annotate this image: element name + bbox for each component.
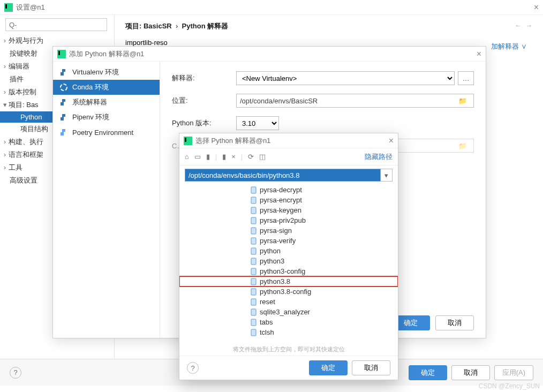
folder-icon[interactable]: 📁 <box>455 97 470 105</box>
tree-item[interactable]: ›外观与行为 <box>0 34 114 47</box>
chevron-icon[interactable]: ▾ <box>2 101 7 109</box>
home-icon[interactable]: ⌂ <box>185 153 189 161</box>
add-interpreter-link[interactable]: 加解释器 ∨ <box>491 42 527 51</box>
file-item[interactable]: tclsh <box>248 327 398 337</box>
file-item[interactable]: tabs <box>248 317 398 327</box>
file-item[interactable]: pyrsa-encrypt <box>248 195 398 205</box>
drop-hint: 将文件拖放到上方空间，即可对其快速定位 <box>179 343 398 356</box>
hide-path-link[interactable]: 隐藏路径 <box>365 152 393 162</box>
close-icon[interactable]: × <box>477 50 481 58</box>
file-item[interactable]: pyrsa-keygen <box>248 205 398 215</box>
python-icon <box>59 128 68 137</box>
file-icon <box>250 197 258 204</box>
file-name: sqlite3_analyzer <box>260 308 310 316</box>
path-dropdown-icon[interactable]: ▾ <box>381 169 393 182</box>
env-type-item[interactable]: Virtualenv 环境 <box>53 65 160 80</box>
pycharm-icon <box>4 3 13 12</box>
file-item[interactable]: pyrsa-priv2pub <box>248 215 398 225</box>
file-name: python3.8-config <box>260 288 311 296</box>
file-item[interactable]: pyrsa-sign <box>248 225 398 236</box>
settings-search-input[interactable] <box>5 18 107 31</box>
file-icon <box>250 298 258 306</box>
file-icon <box>250 278 258 285</box>
interpreter-select[interactable]: <New Virtualenv> <box>236 71 455 85</box>
help-icon[interactable]: ? <box>187 362 199 374</box>
file-name: python3-config <box>260 267 305 275</box>
nav-arrows[interactable]: ← → <box>515 21 532 29</box>
svg-rect-19 <box>251 309 256 315</box>
svg-rect-8 <box>251 197 256 203</box>
close-icon[interactable]: × <box>534 3 539 12</box>
tree-item-label: 版本控制 <box>9 88 36 96</box>
file-chooser-title: 选择 Python 解释器@n1 <box>195 136 270 146</box>
file-icon <box>250 247 258 255</box>
python-version-select[interactable]: 3.10 <box>236 116 279 130</box>
settings-ok-button[interactable]: 确定 <box>409 365 447 380</box>
browse-button[interactable]: … <box>458 71 474 85</box>
file-chooser-titlebar: 选择 Python 解释器@n1 × <box>179 133 398 148</box>
file-item[interactable]: pyrsa-decrypt <box>248 185 398 195</box>
file-item[interactable]: pyrsa-verify <box>248 236 398 246</box>
file-item[interactable]: python <box>248 246 398 256</box>
add-interpreter-title: 添加 Python 解释器@n1 <box>69 49 144 59</box>
file-item[interactable]: python3.8-config <box>248 287 398 297</box>
file-name: pyrsa-priv2pub <box>260 216 306 224</box>
tree-item-label: 编辑器 <box>9 62 29 70</box>
file-item[interactable]: python3.8 <box>179 276 398 287</box>
tree-item-label: 语言和框架 <box>9 150 43 159</box>
file-item[interactable]: python3 <box>248 256 398 266</box>
file-icon <box>250 227 258 235</box>
conda-icon <box>59 83 68 92</box>
tree-item-label: 插件 <box>10 75 24 83</box>
settings-apply-button[interactable]: 应用(A) <box>494 365 533 380</box>
chevron-icon[interactable]: › <box>2 36 7 44</box>
add-cancel-button[interactable]: 取消 <box>435 315 474 330</box>
file-name: reset <box>260 298 275 306</box>
env-type-item[interactable]: Pipenv 环境 <box>53 110 160 125</box>
refresh-icon[interactable]: ⟳ <box>248 153 254 161</box>
desktop-icon[interactable]: ▭ <box>194 153 201 161</box>
env-type-label: Virtualenv 环境 <box>72 67 119 77</box>
env-type-label: 系统解释器 <box>72 97 107 107</box>
chooser-cancel-button[interactable]: 取消 <box>352 360 390 375</box>
show-hidden-icon[interactable]: ◫ <box>259 153 266 161</box>
new-folder-icon[interactable]: ▮ <box>222 153 226 161</box>
chevron-icon[interactable]: › <box>2 88 7 96</box>
env-type-item[interactable]: Conda 环境 <box>53 80 160 95</box>
svg-rect-10 <box>251 217 256 224</box>
file-item[interactable]: python3-config <box>248 266 398 276</box>
file-icon <box>250 258 258 265</box>
file-icon <box>250 329 258 336</box>
chevron-icon[interactable]: › <box>2 62 7 70</box>
file-list[interactable]: pyrsa-decryptpyrsa-encryptpyrsa-keygenpy… <box>179 185 398 343</box>
file-name: tabs <box>260 318 273 326</box>
package-text-truncated: importlib-reso <box>125 39 532 47</box>
svg-rect-18 <box>251 299 256 305</box>
file-item[interactable]: sqlite3_analyzer <box>248 307 398 317</box>
chooser-ok-button[interactable]: 确定 <box>309 360 348 375</box>
file-name: python3.8 <box>260 277 290 285</box>
env-type-item[interactable]: 系统解释器 <box>53 95 160 110</box>
location-field[interactable]: /opt/conda/envs/BasicSR 📁 <box>236 94 474 108</box>
project-icon[interactable]: ▮ <box>206 153 210 161</box>
settings-titlebar: 设置@n1 × <box>0 0 543 15</box>
file-item[interactable]: reset <box>248 297 398 307</box>
file-icon <box>250 288 258 296</box>
tree-item-label: 外观与行为 <box>9 36 43 44</box>
settings-cancel-button[interactable]: 取消 <box>451 365 490 380</box>
tree-item-label: 构建、执行 <box>9 138 43 146</box>
help-icon[interactable]: ? <box>10 367 21 379</box>
env-type-item[interactable]: Poetry Environment <box>53 125 160 140</box>
path-input[interactable] <box>185 169 381 182</box>
chevron-icon[interactable]: › <box>2 150 7 159</box>
file-icon <box>250 319 258 326</box>
folder-icon[interactable]: 📁 <box>455 142 470 150</box>
chevron-icon[interactable]: › <box>2 163 7 171</box>
settings-title: 设置@n1 <box>16 3 45 12</box>
close-icon[interactable]: × <box>389 137 394 145</box>
svg-rect-20 <box>251 319 256 326</box>
python-icon <box>59 113 68 122</box>
delete-icon[interactable]: × <box>231 153 236 161</box>
chevron-icon[interactable]: › <box>2 138 7 146</box>
tree-item-label: 项目: Bas <box>9 101 39 109</box>
